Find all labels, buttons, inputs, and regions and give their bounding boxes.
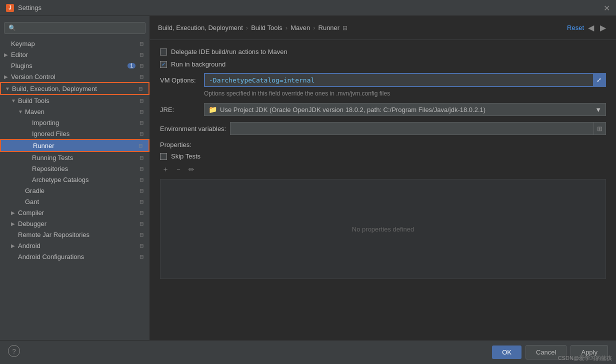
edit-property-button[interactable]: ✏ — [186, 164, 197, 175]
sidebar-item-label-gradle: Gradle — [25, 187, 138, 194]
run-background-row: Run in background — [160, 60, 606, 68]
env-input-wrapper: ⊞ — [230, 122, 606, 135]
sidebar-item-version-control[interactable]: ▶Version Control⊟ — [0, 71, 150, 82]
arrow-icon-maven: ▼ — [18, 109, 25, 114]
expand-icon-ignored-files: ⊟ — [138, 130, 146, 138]
sidebar-item-label-runner: Runner — [33, 142, 136, 150]
expand-icon-android: ⊟ — [138, 242, 146, 250]
sidebar-item-gradle[interactable]: Gradle⊟ — [0, 185, 150, 196]
expand-icon-maven: ⊟ — [138, 108, 146, 116]
jre-label: JRE: — [160, 106, 200, 114]
reset-button[interactable]: Reset — [567, 24, 584, 32]
sidebar-item-remote-jar-repos[interactable]: Remote Jar Repositories⊟ — [0, 229, 150, 240]
app-icon: J — [6, 4, 14, 12]
delegate-build-label[interactable]: Delegate IDE build/run actions to Maven — [160, 48, 288, 56]
skip-tests-checkbox[interactable] — [160, 153, 167, 160]
expand-icon-compiler: ⊟ — [138, 208, 146, 216]
expand-icon-remote-jar-repos: ⊟ — [138, 230, 146, 238]
arrow-icon-editor: ▶ — [4, 52, 11, 58]
arrow-icon-build-exec-deploy: ▼ — [5, 86, 12, 92]
sidebar-item-importing[interactable]: Importing⊟ — [0, 117, 150, 128]
sidebar-item-build-exec-deploy[interactable]: ▼Build, Execution, Deployment⊟ — [0, 82, 150, 95]
jre-value: Use Project JDK (Oracle OpenJDK version … — [220, 106, 486, 114]
run-background-checkbox[interactable] — [160, 61, 167, 68]
expand-icon-debugger: ⊟ — [138, 220, 146, 228]
nav-forward-button[interactable]: ▶ — [598, 22, 608, 34]
vm-input-wrapper: ⤢ — [204, 73, 606, 87]
sidebar-item-plugins[interactable]: Plugins1⊟ — [0, 60, 150, 71]
vm-expand-button[interactable]: ⤢ — [593, 74, 605, 86]
sidebar-item-keymap[interactable]: Keymap⊟ — [0, 38, 150, 49]
expand-icon-importing: ⊟ — [138, 118, 146, 126]
expand-icon-runner: ⊟ — [136, 142, 144, 150]
breadcrumb-sep-1: › — [286, 24, 288, 32]
expand-icon-version-control: ⊟ — [138, 72, 146, 80]
breadcrumb-nav: Reset ◀ ▶ — [567, 22, 608, 34]
sidebar-item-android[interactable]: ▶Android⊟ — [0, 240, 150, 251]
sidebar-item-ignored-files[interactable]: Ignored Files⊟ — [0, 128, 150, 139]
properties-area: No properties defined — [160, 179, 606, 279]
sidebar-item-debugger[interactable]: ▶Debugger⊟ — [0, 218, 150, 229]
expand-icon-plugins: ⊟ — [138, 62, 146, 70]
breadcrumb-part-3: Runner — [318, 24, 340, 32]
sidebar-item-archetype-catalogs[interactable]: Archetype Catalogs⊟ — [0, 174, 150, 185]
close-button[interactable]: ✕ — [604, 3, 610, 12]
sidebar-items-container: Keymap⊟▶Editor⊟ Plugins1⊟▶Version Contro… — [0, 38, 150, 262]
breadcrumb-part-1: Build Tools — [251, 24, 282, 32]
arrow-icon-version-control: ▶ — [4, 74, 11, 80]
sidebar-item-repositories[interactable]: Repositories⊟ — [0, 163, 150, 174]
badge-plugins: 1 — [128, 63, 136, 68]
sidebar-item-label-remote-jar-repos: Remote Jar Repositories — [18, 231, 138, 238]
sidebar-item-maven[interactable]: ▼Maven⊟ — [0, 106, 150, 117]
properties-label: Properties: — [160, 141, 606, 148]
env-input[interactable] — [230, 123, 594, 134]
help-button[interactable]: ? — [8, 345, 20, 357]
delegate-build-checkbox[interactable] — [160, 48, 167, 56]
sidebar-item-gant[interactable]: Gant⊟ — [0, 196, 150, 207]
add-property-button[interactable]: ＋ — [160, 164, 171, 175]
env-label: Environment variables: — [160, 125, 226, 132]
sidebar-item-label-android-configs: Android Configurations — [18, 253, 138, 260]
jre-dropdown-icon: ▼ — [595, 106, 602, 114]
sidebar-item-label-maven: Maven — [25, 108, 138, 116]
expand-icon-keymap: ⊟ — [138, 40, 146, 48]
arrow-icon-build-tools: ▼ — [11, 98, 18, 104]
breadcrumb-sep-0: › — [246, 24, 248, 32]
content-area: Build, Execution, Deployment › Build Too… — [150, 16, 616, 340]
ok-button[interactable]: OK — [492, 346, 522, 359]
breadcrumb-sep-2: › — [313, 24, 315, 32]
run-background-label[interactable]: Run in background — [160, 60, 226, 68]
sidebar-item-android-configs[interactable]: Android Configurations⊟ — [0, 251, 150, 262]
vm-options-input[interactable] — [205, 74, 593, 86]
sidebar-item-compiler[interactable]: ▶Compiler⊟ — [0, 207, 150, 218]
remove-property-button[interactable]: － — [173, 164, 184, 175]
vm-hint-text: Options specified in this field override… — [160, 90, 606, 97]
sidebar-item-label-keymap: Keymap — [11, 40, 138, 48]
breadcrumb-sync-icon: ⊟ — [342, 24, 348, 32]
expand-icon-archetype-catalogs: ⊟ — [138, 176, 146, 184]
window-title: Settings — [18, 4, 42, 12]
sidebar: Keymap⊟▶Editor⊟ Plugins1⊟▶Version Contro… — [0, 16, 150, 340]
nav-back-button[interactable]: ◀ — [586, 22, 596, 34]
delegate-build-text: Delegate IDE build/run actions to Maven — [171, 48, 288, 56]
title-bar: J Settings ✕ — [0, 0, 616, 16]
env-expand-button[interactable]: ⊞ — [594, 122, 606, 134]
sidebar-item-label-plugins: Plugins — [11, 62, 128, 70]
sidebar-item-editor[interactable]: ▶Editor⊟ — [0, 49, 150, 60]
arrow-icon-debugger: ▶ — [11, 221, 18, 226]
search-input[interactable] — [4, 22, 146, 34]
sidebar-item-runner[interactable]: Runner⊟ — [0, 139, 150, 152]
jre-select[interactable]: 📁 Use Project JDK (Oracle OpenJDK versio… — [204, 103, 606, 116]
settings-content: Delegate IDE build/run actions to Maven … — [150, 40, 616, 340]
skip-tests-label: Skip Tests — [171, 152, 200, 160]
sidebar-item-label-build-tools: Build Tools — [18, 97, 138, 104]
breadcrumb: Build, Execution, Deployment › Build Too… — [150, 16, 616, 40]
sidebar-item-label-archetype-catalogs: Archetype Catalogs — [32, 176, 138, 184]
sidebar-item-label-ignored-files: Ignored Files — [32, 130, 138, 138]
expand-icon-repositories: ⊟ — [138, 164, 146, 172]
sidebar-item-label-android: Android — [18, 242, 138, 250]
sidebar-item-label-gant: Gant — [25, 198, 138, 206]
skip-tests-row: Skip Tests — [160, 152, 606, 160]
sidebar-item-build-tools[interactable]: ▼Build Tools⊟ — [0, 95, 150, 106]
sidebar-item-running-tests[interactable]: Running Tests⊟ — [0, 152, 150, 163]
